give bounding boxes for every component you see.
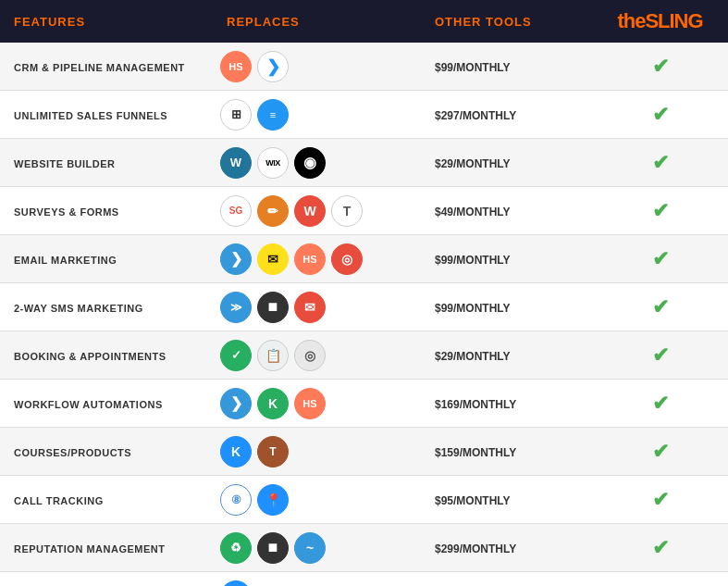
table-row: REPUTATION MANAGEMENT♻■~$299/MONTHLY✔	[0, 524, 728, 572]
table-row: TRACKING & ANALYTICSA+$49/MONTHLY✔	[0, 572, 728, 586]
tool-icon: K	[257, 388, 289, 419]
feature-name: EMAIL MARKETING	[14, 255, 117, 266]
replaces-col: ✓📋◎	[213, 332, 426, 379]
feature-col: BOOKING & APPOINTMENTS	[0, 340, 213, 371]
sling-check-col: ✔	[592, 103, 728, 127]
checkmark-icon: ✔	[652, 392, 669, 416]
tool-icon: ◉	[294, 147, 326, 179]
other-price-col: $29/MONTHLY	[426, 147, 592, 179]
feature-col: COURSES/PRODUCTS	[0, 436, 213, 468]
checkmark-icon: ✔	[652, 440, 669, 464]
sling-check-col: ✔	[592, 440, 728, 464]
tool-icon: K	[220, 436, 252, 468]
table-row: WEBSITE BUILDERWWIX◉$29/MONTHLY✔	[0, 139, 728, 187]
sling-header-col: theSLING	[592, 9, 728, 33]
table-row: WORKFLOW AUTOMATIONS❯KHS$169/MONTHLY✔	[0, 380, 728, 428]
tool-icon: ♻	[220, 532, 252, 564]
other-price-col: $49/MONTHLY	[426, 580, 592, 587]
replaces-header-col: REPLACES	[213, 13, 426, 30]
feature-name: BOOKING & APPOINTMENTS	[14, 351, 167, 362]
replaces-col: A+	[213, 573, 426, 587]
tool-icon: 📍	[257, 484, 289, 516]
checkmark-icon: ✔	[652, 247, 669, 271]
other-price-text: $29/MONTHLY	[435, 157, 511, 170]
features-header-col: FEATURES	[0, 13, 213, 30]
replaces-col: ≫■✉	[213, 284, 426, 330]
sling-check-col: ✔	[592, 488, 728, 512]
checkmark-icon: ✔	[652, 55, 669, 79]
checkmark-icon: ✔	[652, 536, 669, 560]
replaces-header-label: REPLACES	[227, 15, 300, 29]
other-price-col: $159/MONTHLY	[426, 436, 592, 468]
checkmark-icon: ✔	[652, 295, 669, 319]
tool-icon: ❯	[220, 388, 252, 419]
sling-logo: theSLING	[617, 9, 702, 33]
tool-icon: ■	[257, 292, 289, 323]
replaces-col: KT	[213, 429, 426, 475]
feature-name: UNLIMITED SALES FUNNELS	[14, 110, 167, 121]
table-row: CALL TRACKING⑧📍$95/MONTHLY✔	[0, 476, 728, 524]
feature-col: CALL TRACKING	[0, 484, 213, 516]
sling-check-col: ✔	[592, 199, 728, 223]
replaces-col: ♻■~	[213, 525, 426, 571]
table-row: SURVEYS & FORMSSG✏WT$49/MONTHLY✔	[0, 187, 728, 235]
tool-icon: WIX	[257, 147, 289, 179]
replaces-col: HS❯	[213, 44, 426, 90]
feature-col: SURVEYS & FORMS	[0, 195, 213, 227]
tool-icon: SG	[220, 195, 252, 227]
replaces-col: ⊞≡	[213, 92, 426, 138]
tool-icon: T	[331, 195, 363, 227]
replaces-col: WWIX◉	[213, 140, 426, 186]
other-price-col: $299/MONTHLY	[426, 532, 592, 564]
checkmark-icon: ✔	[652, 199, 669, 223]
feature-name: 2-WAY SMS MARKETING	[14, 303, 143, 314]
tool-icon: ✓	[220, 340, 252, 371]
sling-check-col: ✔	[592, 55, 728, 79]
other-price-text: $99/MONTHLY	[435, 61, 511, 74]
table-row: 2-WAY SMS MARKETING≫■✉$99/MONTHLY✔	[0, 283, 728, 331]
other-price-col: $29/MONTHLY	[426, 340, 592, 371]
sling-check-col: ✔	[592, 151, 728, 175]
checkmark-icon: ✔	[652, 343, 669, 368]
feature-col: UNLIMITED SALES FUNNELS	[0, 99, 213, 131]
other-price-col: $99/MONTHLY	[426, 243, 592, 275]
table-row: EMAIL MARKETING❯✉HS◎$99/MONTHLY✔	[0, 235, 728, 283]
table-row: COURSES/PRODUCTSKT$159/MONTHLY✔	[0, 428, 728, 476]
table-row: UNLIMITED SALES FUNNELS⊞≡$297/MONTHLY✔	[0, 91, 728, 139]
feature-col: 2-WAY SMS MARKETING	[0, 292, 213, 323]
sling-check-col: ✔	[592, 343, 728, 368]
other-price-text: $299/MONTHLY	[435, 542, 516, 555]
table-header: FEATURES REPLACES OTHER TOOLS theSLING	[0, 0, 728, 43]
sling-check-col: ✔	[592, 247, 728, 271]
features-header-label: FEATURES	[14, 15, 85, 29]
tool-icon: ✏	[257, 195, 289, 227]
other-price-col: $169/MONTHLY	[426, 388, 592, 419]
tool-icon: ≫	[220, 292, 252, 323]
feature-name: WEBSITE BUILDER	[14, 158, 116, 169]
replaces-col: ⑧📍	[213, 477, 426, 523]
replaces-col: ❯KHS	[213, 380, 426, 427]
tool-icon: HS	[220, 51, 252, 82]
feature-name: WORKFLOW AUTOMATIONS	[14, 399, 163, 410]
tool-icon: ◎	[331, 243, 363, 275]
other-tools-header-label: OTHER TOOLS	[435, 15, 532, 29]
replaces-col: SG✏WT	[213, 188, 426, 234]
other-price-col: $99/MONTHLY	[426, 51, 592, 82]
checkmark-icon: ✔	[652, 151, 669, 175]
checkmark-icon: ✔	[652, 488, 669, 512]
other-tools-header-col: OTHER TOOLS	[426, 13, 592, 30]
tool-icon: ≡	[257, 99, 289, 131]
feature-col: TRACKING & ANALYTICS	[0, 580, 213, 587]
feature-name: CALL TRACKING	[14, 495, 104, 506]
other-price-col: $99/MONTHLY	[426, 292, 592, 323]
feature-col: WORKFLOW AUTOMATIONS	[0, 388, 213, 419]
tool-icon: ⊞	[220, 99, 252, 131]
sling-check-col: ✔	[592, 536, 728, 560]
replaces-col: ❯✉HS◎	[213, 236, 426, 282]
tool-icon: ❯	[220, 243, 252, 275]
feature-name: COURSES/PRODUCTS	[14, 447, 131, 458]
other-price-col: $49/MONTHLY	[426, 195, 592, 227]
other-price-text: $95/MONTHLY	[435, 494, 511, 507]
tool-icon: ❯	[257, 51, 289, 82]
tool-icon: ⑧	[220, 484, 252, 516]
